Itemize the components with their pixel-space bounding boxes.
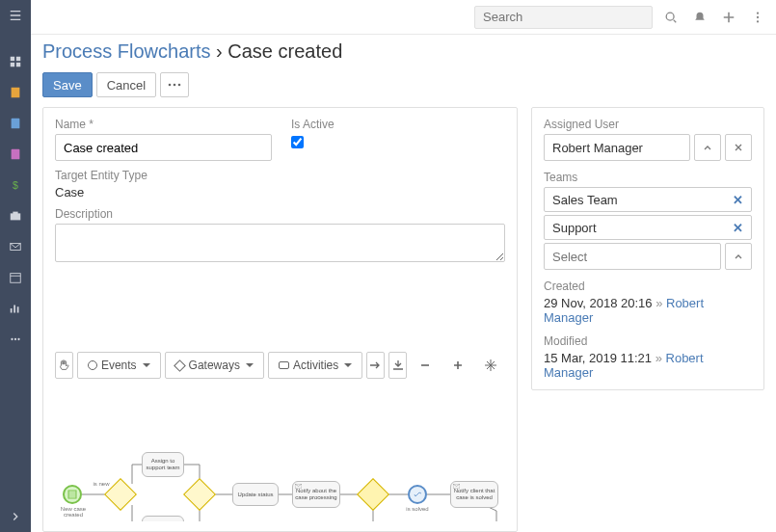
task-notify-solved-label: Notify client that case is solved (453, 488, 495, 500)
svg-rect-5 (12, 119, 20, 129)
svg-text:$: $ (13, 179, 18, 191)
toolbar: Save Cancel (31, 72, 776, 107)
intermediate-event-solved-label: is solved (400, 506, 435, 512)
created-value: 29 Nov, 2018 20:16 » Robert Manager (544, 296, 752, 325)
description-label: Description (55, 207, 505, 221)
breadcrumb-sep: › (216, 40, 223, 62)
svg-point-20 (174, 84, 176, 87)
flowchart-toolbar: Events Gateways Activities (55, 352, 505, 379)
teams-label: Teams (544, 171, 752, 184)
sidebar-item-home[interactable] (0, 46, 31, 77)
modified-value: 15 Mar, 2019 11:21 » Robert Manager (544, 351, 752, 380)
side-panel: Assigned User Teams Sales Team✕ Support✕… (531, 107, 764, 390)
save-button[interactable]: Save (42, 72, 93, 97)
svg-point-12 (11, 338, 13, 340)
cancel-button[interactable]: Cancel (96, 72, 156, 97)
content-row: Name * Is Active Target Entity Type Case… (31, 107, 776, 532)
zoom-out-button[interactable] (411, 352, 440, 379)
team-select-input[interactable] (544, 243, 721, 270)
start-event-label: New case created (55, 506, 92, 518)
breadcrumb: Process Flowcharts › Case created (31, 35, 776, 72)
sidebar-item-more[interactable] (0, 324, 31, 355)
kebab-menu-icon[interactable] (747, 7, 768, 28)
assigned-user-label: Assigned User (544, 118, 752, 131)
assigned-user-input[interactable] (544, 134, 690, 161)
team-chip-remove[interactable]: ✕ (733, 193, 743, 207)
sidebar-menu-toggle[interactable] (0, 0, 31, 31)
svg-rect-4 (12, 88, 20, 98)
more-actions-button[interactable] (160, 72, 189, 97)
search-input[interactable] (474, 6, 653, 29)
sidebar-item-calendar[interactable] (0, 262, 31, 293)
events-dropdown[interactable]: Events (77, 352, 161, 379)
sidebar-item-accounts[interactable] (0, 77, 31, 108)
sidebar-item-leads[interactable] (0, 139, 31, 170)
target-entity-label: Target Entity Type (55, 169, 505, 182)
gateways-dropdown[interactable]: Gateways (165, 352, 264, 379)
page-title: Case created (227, 40, 342, 62)
arrow-tool-button[interactable] (366, 352, 385, 379)
svg-point-18 (757, 20, 759, 22)
intermediate-event-solved[interactable] (408, 485, 427, 504)
zoom-in-button[interactable] (443, 352, 472, 379)
svg-rect-9 (13, 212, 17, 215)
svg-point-16 (757, 12, 759, 13)
team-picker-button[interactable] (725, 243, 752, 270)
fit-button[interactable] (476, 352, 505, 379)
is-active-checkbox[interactable] (291, 136, 304, 148)
svg-point-13 (14, 338, 16, 340)
flowchart-canvas[interactable]: New case created is new Assign to suppor… (55, 390, 505, 521)
team-chip: Support✕ (544, 215, 752, 240)
task-notify-processing[interactable]: Notify about the case processing (292, 481, 340, 508)
gateways-label: Gateways (189, 359, 240, 372)
topbar (31, 0, 776, 35)
sidebar-item-email[interactable] (0, 231, 31, 262)
import-button[interactable] (388, 352, 407, 379)
svg-rect-1 (16, 57, 20, 61)
sidebar-item-cases[interactable] (0, 200, 31, 231)
team-chip-label: Sales Team (552, 193, 618, 207)
svg-rect-8 (11, 213, 21, 220)
task-assign-support[interactable]: Assign to support team (142, 452, 184, 477)
svg-rect-3 (16, 63, 20, 66)
activities-dropdown[interactable]: Activities (268, 352, 362, 379)
activities-label: Activities (293, 359, 338, 372)
svg-point-21 (178, 84, 181, 87)
task-assign-admin[interactable]: Assign to admin (142, 516, 184, 521)
svg-rect-11 (11, 274, 21, 283)
name-input[interactable] (55, 134, 272, 161)
main: Process Flowcharts › Case created Save C… (31, 0, 776, 532)
svg-point-15 (666, 13, 674, 20)
sidebar-expand[interactable] (0, 501, 31, 532)
search-icon[interactable] (660, 7, 682, 28)
created-label: Created (544, 279, 752, 293)
events-label: Events (101, 359, 137, 372)
start-event[interactable] (63, 485, 82, 504)
svg-point-17 (757, 15, 759, 17)
task-update-status[interactable]: Update status (232, 483, 279, 506)
svg-rect-6 (12, 149, 20, 160)
plus-icon[interactable] (718, 7, 739, 28)
assigned-user-picker-button[interactable] (694, 134, 721, 161)
target-entity-value: Case (55, 185, 505, 200)
svg-point-19 (169, 84, 172, 87)
team-chip-remove[interactable]: ✕ (733, 221, 743, 235)
svg-rect-2 (11, 63, 14, 66)
main-panel: Name * Is Active Target Entity Type Case… (42, 107, 518, 532)
description-input[interactable] (55, 224, 505, 262)
hand-tool-button[interactable] (55, 352, 73, 379)
gateway-1-label: is new (90, 481, 113, 487)
team-chip-label: Support (552, 221, 597, 235)
sidebar-item-contacts[interactable] (0, 108, 31, 139)
assigned-user-clear-button[interactable] (725, 134, 752, 161)
modified-label: Modified (544, 334, 752, 348)
svg-rect-0 (11, 57, 14, 61)
sidebar-item-reports[interactable] (0, 293, 31, 324)
task-notify-solved[interactable]: Notify client that case is solved (450, 481, 498, 508)
sidebar-item-opportunities[interactable]: $ (0, 170, 31, 200)
breadcrumb-root[interactable]: Process Flowcharts (42, 40, 211, 62)
name-label: Name * (55, 118, 272, 131)
team-chip: Sales Team✕ (544, 187, 752, 212)
bell-icon[interactable] (689, 7, 710, 28)
is-active-label: Is Active (291, 118, 505, 131)
